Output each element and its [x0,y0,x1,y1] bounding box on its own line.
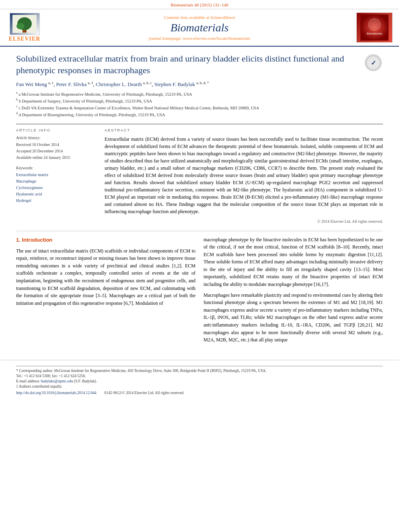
abstract-text-block: Extracellular matrix (ECM) derived from … [105,136,383,224]
journal-citation-bar: Biomaterials 46 (2015) 131–140 [0,0,399,9]
keyword-5: Hydrogel [16,197,97,204]
abstract-paragraph: Extracellular matrix (ECM) derived from … [105,136,383,215]
email-suffix: (S.F. Badylak). [74,379,97,383]
info-abstract-columns: ARTICLE INFO Article history: Received 1… [16,124,383,224]
author-fan-wei: Fan Wei Meng [16,82,47,88]
elsevier-text: ELSEVIER [9,36,41,42]
keywords-label: Keywords: [16,166,97,170]
journal-title: Biomaterials [43,21,356,34]
affiliation-c: c c DoD-VA Extremity Trauma & Amputation… [16,104,383,111]
keywords-block: Keywords: Extracellular matrix Macrophag… [16,166,97,204]
doi-link[interactable]: http://dx.doi.org/10.1016/j.biomaterials… [16,391,97,395]
footnote1: 1 Authors contributed equally. [16,384,383,388]
journal-center-info: Contents lists available at ScienceDirec… [43,15,356,41]
affiliation-b: b b Department of Surgery, University of… [16,97,383,104]
footer-divider [16,366,383,366]
svg-point-3 [16,23,25,29]
article-title: Solubilized extracellular matrix from br… [16,53,383,76]
article-history-block: Article history: Received 10 October 201… [16,136,97,161]
intro-heading: 1. Introduction [16,236,195,244]
biomaterials-logo: Biomaterials [356,12,393,43]
journal-header: ELSEVIER Contents lists available at Sci… [0,9,399,47]
article-info-column: ARTICLE INFO Article history: Received 1… [16,128,97,224]
tel-note: Tel.: +1 412 624 5308; fax: +1 412 624 5… [16,374,383,378]
intro-para-3: Macrophages have remarkable plasticity a… [204,292,383,344]
science-direct-link[interactable]: ScienceDirect [210,15,235,20]
keyword-2: Macrophage [16,178,97,185]
authors-line: Fan Wei Meng a, 1, Peter F. Slivka a, 1,… [16,81,383,88]
issn-text: 0142-9612/© 2014 Elsevier Ltd. All right… [105,391,185,395]
copyright-text: © 2014 Elsevier Ltd. All rights reserved… [105,218,383,224]
affiliation-a: a a McGowan Institute for Regenerative M… [16,90,383,97]
svg-text:✓: ✓ [371,60,376,66]
page-wrapper: Biomaterials 46 (2015) 131–140 ELSEVIER … [0,0,399,398]
elsevier-logo: ELSEVIER [6,13,43,42]
introduction-section: 1. Introduction The use of intact extrac… [16,231,383,347]
article-title-text: Solubilized extracellular matrix from br… [16,53,344,75]
abstract-label: ABSTRACT [105,128,383,132]
affiliation-d: d d Department of Bioengineering, Univer… [16,111,383,118]
email-address[interactable]: badylaks@upmc.edu [41,379,73,383]
homepage-url[interactable]: www.elsevier.com/locate/biomaterials [183,36,251,41]
author-dearth: Christopher L. Dearth [96,82,142,88]
intro-para-1: The use of intact extracellular matrix (… [16,247,195,307]
keyword-4: Hyaluronic acid [16,191,97,197]
journal-citation: Biomaterials 46 (2015) 131–140 [171,2,228,7]
email-label: E-mail address: [16,379,40,383]
elsevier-image [10,13,40,35]
article-body: Solubilized extracellular matrix from br… [0,47,399,353]
crossmark-icon: ✓ [365,54,382,71]
intro-left-column: 1. Introduction The use of intact extrac… [16,236,195,347]
corresponding-note: * Corresponding author. McGowan Institut… [16,369,383,373]
author-badylak: Stephen F. Badylak [154,82,195,88]
keyword-3: Cyclooxygenase [16,185,97,191]
email-note: E-mail address: badylaks@upmc.edu (S.F. … [16,379,383,383]
journal-homepage: journal homepage: www.elsevier.com/locat… [43,36,356,41]
intro-right-column: macrophage phenotype by the bioactive mo… [204,236,383,347]
svg-point-5 [368,18,380,31]
science-direct-line: Contents lists available at ScienceDirec… [43,15,356,20]
crossmark-container: ✓ [364,53,383,72]
history-label: Article history: [16,136,97,140]
abstract-column: ABSTRACT Extracellular matrix (ECM) deri… [105,128,383,224]
footer-links: http://dx.doi.org/10.1016/j.biomaterials… [16,391,383,395]
article-info-label: ARTICLE INFO [16,128,97,132]
article-footer: * Corresponding author. McGowan Institut… [0,360,399,398]
intro-columns: 1. Introduction The use of intact extrac… [16,236,383,347]
received-date: Received 10 October 2014 Accepted 20 Dec… [16,142,97,161]
intro-para-2: macrophage phenotype by the bioactive mo… [204,236,383,288]
keyword-1: Extracellular matrix [16,172,97,178]
author-slivka: Peter F. Slivka [56,82,86,88]
svg-text:Biomaterials: Biomaterials [367,32,383,35]
affiliations-block: a a McGowan Institute for Regenerative M… [16,90,383,118]
